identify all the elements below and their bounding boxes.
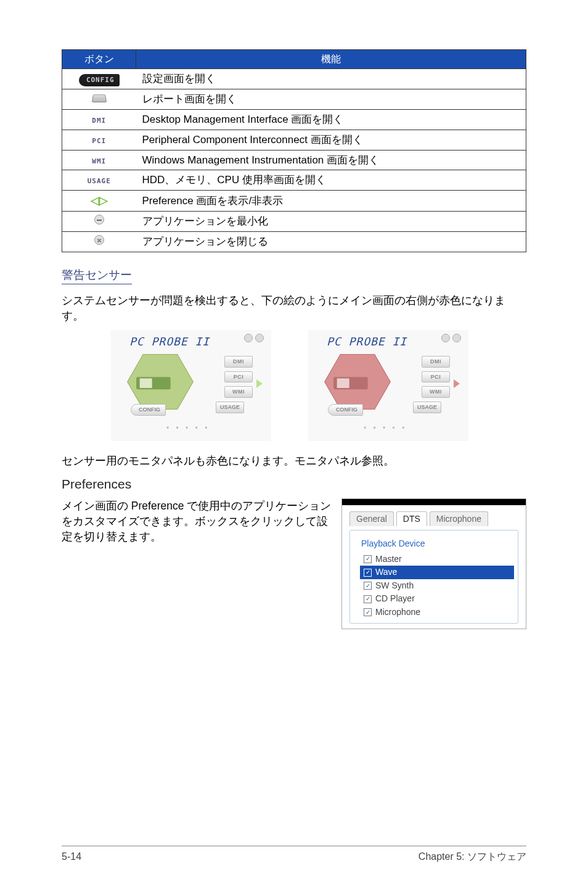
minimize-icon: [94, 215, 104, 225]
sidebtn-pci-2: PCI: [422, 371, 450, 383]
checkbox-icon[interactable]: ✓: [364, 595, 372, 603]
button-desc: アプリケーションを閉じる: [136, 232, 526, 252]
button-icon-cell: USAGE: [62, 170, 136, 191]
button-icon-cell: ◁▷: [62, 191, 136, 212]
playback-item-label: Microphone: [375, 606, 420, 619]
table-row: ◁▷Preference 画面を表示/非表示: [62, 191, 526, 212]
config-icon: CONFIG: [79, 74, 120, 86]
sidebtn-wmi: WMI: [224, 386, 253, 398]
button-icon-cell: PCI: [62, 130, 136, 150]
alarm-text: システムセンサーが問題を検出すると、下の絵のようにメイン画面の右側が赤色になりま…: [62, 293, 526, 324]
button-desc: Desktop Management Interface 画面を開く: [136, 109, 526, 130]
close-icon: [94, 235, 104, 245]
sidebtn-pci: PCI: [224, 371, 253, 383]
button-icon-cell: [62, 212, 136, 232]
preferences-panel: General DTS Microphone Playback Device ✓…: [341, 498, 526, 629]
probe-images: PC PROBE II DMI PCI WMI CONFIG USAGE • •…: [111, 330, 526, 441]
playback-item[interactable]: ✓Microphone: [360, 606, 514, 619]
pci-icon: PCI: [87, 135, 111, 147]
panel-titlebar: [342, 499, 526, 505]
table-row: CONFIG設定画面を開く: [62, 69, 526, 89]
table-row: USAGEHDD、メモリ、CPU 使用率画面を開く: [62, 170, 526, 191]
usage-tag: USAGE: [216, 402, 244, 413]
tab-general[interactable]: General: [349, 511, 394, 527]
probe-dots: • • • • •: [166, 423, 210, 434]
config-tag-2: CONFIG: [328, 404, 363, 416]
tab-dts[interactable]: DTS: [396, 511, 427, 527]
probe-window-icons-2: [441, 334, 461, 342]
probe-normal: PC PROBE II DMI PCI WMI CONFIG USAGE • •…: [111, 330, 271, 441]
playback-item-label: Wave: [375, 566, 397, 579]
pref-tabs: General DTS Microphone: [349, 511, 518, 527]
button-icon-cell: WMI: [62, 150, 136, 170]
expand-icon-2: [454, 379, 460, 388]
playback-item[interactable]: ✓CD Player: [360, 592, 514, 606]
playback-item-label: CD Player: [375, 593, 415, 605]
group-title: Playback Device: [359, 538, 428, 550]
alarm-note: センサー用のモニタパネルも赤色になります。モニタパネル参照。: [62, 453, 526, 469]
button-icon-cell: [62, 232, 136, 252]
button-desc: Windows Management Instrumentation 画面を開く: [136, 150, 526, 170]
probe-hex-icon-2: [321, 351, 394, 413]
wmi-icon: WMI: [87, 155, 111, 167]
table-row: WMIWindows Management Instrumentation 画面…: [62, 150, 526, 170]
expand-icon: [256, 379, 263, 388]
checkbox-icon[interactable]: ✓: [364, 582, 372, 590]
arrows-icon: ◁▷: [91, 194, 108, 207]
button-desc: レポート画面を開く: [136, 89, 526, 110]
usage-tag-2: USAGE: [413, 402, 441, 413]
alarm-heading: 警告センサー: [62, 267, 132, 284]
sidebtn-dmi-2: DMI: [422, 356, 450, 368]
tab-microphone[interactable]: Microphone: [430, 511, 488, 527]
svg-rect-5: [337, 378, 349, 388]
checkbox-icon[interactable]: ✓: [364, 569, 372, 577]
playback-item-label: Master: [375, 553, 402, 566]
probe-dots-2: • • • • •: [364, 423, 407, 434]
table-row: PCIPeripheral Component Interconnect 画面を…: [62, 130, 526, 150]
page-footer: 5-14 Chapter 5: ソフトウェア: [62, 846, 526, 864]
probe-window-icons: [244, 334, 264, 342]
probe-title-2: PC PROBE II: [327, 334, 407, 349]
probe-title: PC PROBE II: [129, 334, 210, 349]
button-desc: アプリケーションを最小化: [136, 212, 526, 232]
button-icon-cell: CONFIG: [62, 69, 136, 89]
table-row: アプリケーションを最小化: [62, 212, 526, 232]
preferences-heading: Preferences: [62, 475, 526, 493]
button-function-table: ボタン 機能 CONFIG設定画面を開くレポート画面を開くDMIDesktop …: [62, 49, 526, 252]
playback-device-group: Playback Device ✓Master✓Wave✓SW Synth✓CD…: [349, 530, 518, 624]
probe-hex-icon: [123, 351, 197, 413]
button-desc: Peripheral Component Interconnect 画面を開く: [136, 130, 526, 150]
table-row: レポート画面を開く: [62, 89, 526, 110]
playback-item-label: SW Synth: [375, 580, 414, 592]
button-desc: Preference 画面を表示/非表示: [136, 191, 526, 212]
playback-item[interactable]: ✓SW Synth: [360, 579, 514, 593]
dmi-icon: DMI: [87, 115, 111, 126]
folder-icon: [92, 94, 107, 102]
page-number: 5-14: [62, 850, 81, 864]
button-icon-cell: DMI: [62, 109, 136, 130]
playback-item[interactable]: ✓Wave: [360, 566, 514, 579]
checkbox-icon[interactable]: ✓: [364, 555, 372, 563]
th-button: ボタン: [62, 50, 136, 69]
table-row: DMIDesktop Management Interface 画面を開く: [62, 109, 526, 130]
preferences-text: メイン画面の Preference で使用中のアプリケーションをカスタマイズでき…: [62, 498, 335, 545]
probe-side-buttons-2: DMI PCI WMI: [422, 356, 450, 398]
button-desc: 設定画面を開く: [136, 69, 526, 89]
probe-side-buttons: DMI PCI WMI: [224, 356, 253, 398]
button-desc: HDD、メモリ、CPU 使用率画面を開く: [136, 170, 526, 191]
usage-icon: USAGE: [83, 175, 116, 187]
sidebtn-wmi-2: WMI: [422, 386, 450, 398]
button-icon-cell: [62, 89, 136, 110]
config-tag: CONFIG: [131, 404, 166, 416]
svg-rect-2: [140, 378, 152, 388]
playback-item[interactable]: ✓Master: [360, 553, 514, 566]
chapter-label: Chapter 5: ソフトウェア: [419, 850, 526, 864]
checkbox-icon[interactable]: ✓: [364, 608, 372, 616]
table-row: アプリケーションを閉じる: [62, 232, 526, 252]
sidebtn-dmi: DMI: [224, 356, 253, 368]
th-function: 機能: [136, 50, 526, 69]
probe-alarm: PC PROBE II DMI PCI WMI CONFIG USAGE • •…: [308, 330, 468, 441]
